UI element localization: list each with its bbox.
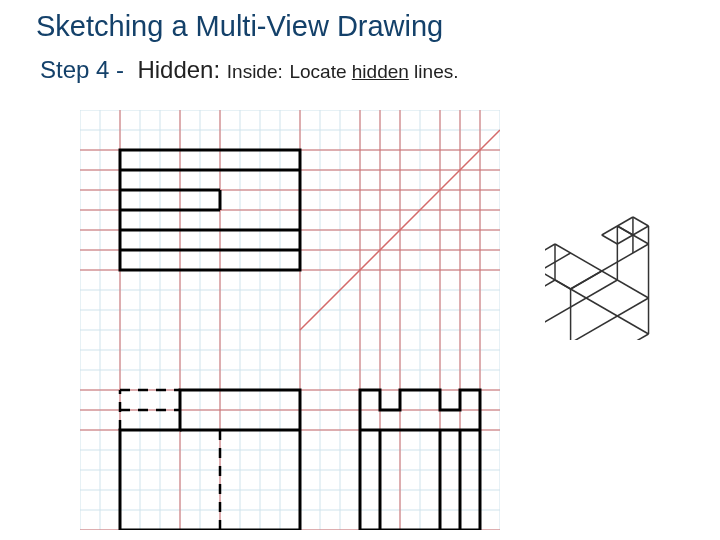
svg-line-102 [633, 217, 649, 226]
svg-line-91 [571, 298, 649, 340]
svg-line-97 [602, 226, 618, 235]
isometric-drawing [545, 200, 695, 340]
step-instruction: Step 4 - Hidden: Inside: Locate hidden l… [40, 56, 458, 84]
locate-text: Locate hidden lines. [289, 61, 458, 82]
svg-line-108 [545, 271, 571, 289]
svg-line-103 [633, 226, 649, 235]
svg-line-105 [617, 226, 633, 235]
inside-label: Inside: [227, 61, 283, 82]
svg-line-98 [602, 235, 618, 244]
svg-line-104 [617, 217, 633, 226]
svg-line-109 [571, 271, 602, 289]
step-prefix: Step 4 - [40, 56, 124, 83]
svg-line-112 [545, 280, 617, 325]
page-title: Sketching a Multi-View Drawing [36, 10, 443, 43]
svg-line-99 [617, 235, 633, 244]
hidden-label: Hidden: [137, 56, 220, 83]
multiview-drawing [80, 110, 500, 530]
svg-line-107 [545, 253, 571, 271]
